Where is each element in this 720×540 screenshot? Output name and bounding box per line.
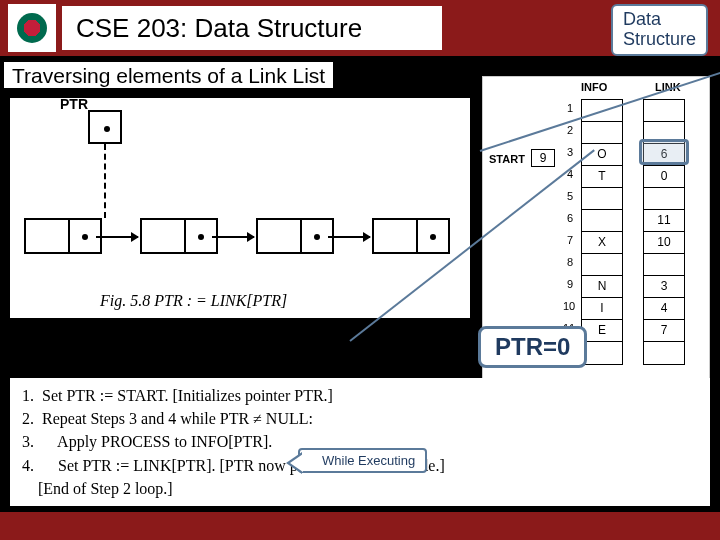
logo-emblem-icon (17, 13, 47, 43)
ptr-box-icon (88, 110, 122, 144)
footer-bar (0, 512, 720, 540)
badge-line1: Data (623, 10, 696, 30)
executing-badge: While Executing (298, 448, 427, 473)
course-title-box: CSE 203: Data Structure (62, 6, 442, 50)
row-number: 2 (567, 124, 573, 136)
table-cell: T (582, 166, 622, 188)
list-node (372, 218, 450, 254)
table-cell: 4 (644, 298, 684, 320)
list-node (256, 218, 334, 254)
table-cell: E (582, 320, 622, 342)
table-cell (582, 210, 622, 232)
start-label: START (489, 153, 525, 165)
arrow-icon (212, 236, 254, 238)
linked-list-figure: PTR Fig. 5.8 PTR : = LINK[PTR] (10, 98, 470, 318)
row-number: 3 (567, 146, 573, 158)
row-number: 1 (567, 102, 573, 114)
university-logo (8, 4, 56, 52)
table-cell: 3 (644, 276, 684, 298)
topic-badge: Data Structure (611, 4, 708, 56)
row-number: 6 (567, 212, 573, 224)
algo-line: [End of Step 2 loop.] (22, 477, 698, 500)
table-cell (582, 122, 622, 144)
table-cell: I (582, 298, 622, 320)
table-cell (582, 254, 622, 276)
algorithm-box: 1. Set PTR := START. [Initializes pointe… (10, 378, 710, 506)
row-number: 5 (567, 190, 573, 202)
table-cell (644, 100, 684, 122)
info-column: O T X N I E (581, 99, 623, 365)
arrow-icon (96, 236, 138, 238)
table-cell: X (582, 232, 622, 254)
info-header: INFO (581, 81, 607, 93)
list-node (24, 218, 102, 254)
algo-line: 1. Set PTR := START. [Initializes pointe… (22, 384, 698, 407)
table-cell: 0 (644, 166, 684, 188)
badge-line2: Structure (623, 30, 696, 50)
course-title: CSE 203: Data Structure (76, 13, 362, 44)
row-number: 8 (567, 256, 573, 268)
row-number: 9 (567, 278, 573, 290)
list-node (140, 218, 218, 254)
highlight-box (639, 139, 689, 165)
row-number: 10 (563, 300, 575, 312)
table-cell (582, 342, 622, 364)
table-cell (644, 342, 684, 364)
table-cell: 7 (644, 320, 684, 342)
table-cell: 10 (644, 232, 684, 254)
ptr-value-badge: PTR=0 (478, 326, 587, 368)
table-cell (644, 188, 684, 210)
table-cell (644, 254, 684, 276)
start-value-box: 9 (531, 149, 555, 167)
dashed-pointer-line (104, 144, 106, 218)
ptr-label: PTR (60, 96, 88, 112)
algo-line: 2. Repeat Steps 3 and 4 while PTR ≠ NULL… (22, 407, 698, 430)
figure-caption: Fig. 5.8 PTR : = LINK[PTR] (100, 292, 287, 310)
slide-subtitle: Traversing elements of a Link List (4, 62, 333, 90)
table-cell: N (582, 276, 622, 298)
arrow-icon (328, 236, 370, 238)
table-cell: 11 (644, 210, 684, 232)
row-number: 7 (567, 234, 573, 246)
table-cell (582, 188, 622, 210)
